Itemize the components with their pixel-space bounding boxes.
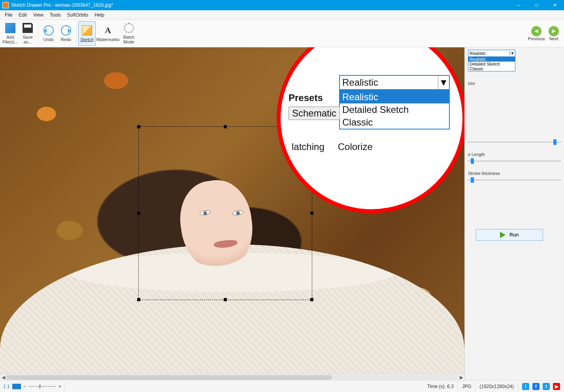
stroke-thickness-label: Stroke thickness bbox=[468, 171, 561, 176]
maximize-button[interactable]: □ bbox=[528, 0, 546, 10]
preset-options-zoom[interactable]: Realistic Detailed Sketch Classic bbox=[339, 90, 450, 129]
zoom-in-icon[interactable]: + bbox=[58, 384, 61, 389]
close-button[interactable]: ✕ bbox=[546, 0, 564, 10]
side-panel: Realistic ▼ Realistic Detailed Sketch Cl… bbox=[464, 47, 564, 380]
status-dimensions: (1920x1280x24) bbox=[475, 381, 518, 392]
colorize-tab-zoom[interactable]: Colorize bbox=[338, 141, 373, 152]
chevron-down-icon: ▼ bbox=[438, 76, 449, 89]
status-format: JPG bbox=[458, 381, 475, 392]
preset-combobox[interactable]: Realistic ▼ bbox=[468, 50, 515, 57]
menu-edit[interactable]: Edit bbox=[15, 11, 30, 19]
separator bbox=[76, 23, 77, 45]
menu-view[interactable]: View bbox=[30, 11, 47, 19]
sketch-button[interactable]: Sketch bbox=[78, 21, 96, 46]
redo-icon bbox=[61, 25, 71, 36]
canvas[interactable]: ⋮ Realistic ▼ Realistic Detailed Sketch … bbox=[0, 47, 464, 380]
zoom-out-icon[interactable]: − bbox=[23, 384, 26, 389]
watermarks-button[interactable]: AWatermarks bbox=[96, 21, 120, 46]
twitter-icon[interactable]: t bbox=[543, 383, 550, 390]
redo-button[interactable]: Redo bbox=[57, 21, 75, 46]
menu-help[interactable]: Help bbox=[91, 11, 108, 19]
save-icon bbox=[23, 23, 33, 33]
titlebar: Sketch Drawer Pro - woman-2003647_1920.j… bbox=[0, 0, 564, 10]
info-icon[interactable]: i bbox=[522, 383, 529, 390]
colorize-tab-label[interactable]: rize bbox=[468, 81, 561, 86]
preset-option[interactable]: Classic bbox=[468, 66, 515, 71]
menu-file[interactable]: File bbox=[2, 11, 15, 19]
presets-label-zoom: Presets bbox=[289, 92, 323, 103]
minimize-button[interactable]: ‒ bbox=[509, 0, 528, 10]
run-button[interactable]: Run bbox=[476, 229, 543, 241]
stroke-length-label: e Length bbox=[468, 152, 561, 157]
scroll-left-icon[interactable]: ◀ bbox=[0, 375, 6, 380]
preset-option[interactable]: Realistic bbox=[340, 91, 449, 103]
menubar: File Edit View Tools SoftOrbits Help bbox=[0, 10, 564, 20]
undo-icon bbox=[43, 25, 54, 36]
preset-option[interactable]: Realistic bbox=[468, 57, 515, 62]
menu-softorbits[interactable]: SoftOrbits bbox=[64, 11, 91, 19]
batch-icon bbox=[124, 23, 134, 33]
stroke-length-slider[interactable] bbox=[468, 158, 561, 164]
fit-screen-icon[interactable] bbox=[12, 384, 21, 389]
batch-mode-button[interactable]: Batch Mode bbox=[120, 21, 138, 46]
preset-option[interactable]: Detailed Sketch bbox=[340, 103, 449, 116]
watermarks-icon: A bbox=[103, 25, 113, 36]
stroke-thickness-slider[interactable] bbox=[468, 177, 561, 183]
preset-options[interactable]: Realistic Detailed Sketch Classic bbox=[468, 57, 515, 71]
run-arrow-icon bbox=[500, 232, 506, 238]
preset-option[interactable]: Classic bbox=[340, 116, 449, 129]
workspace: ⋮ Realistic ▼ Realistic Detailed Sketch … bbox=[0, 47, 564, 380]
add-files-button[interactable]: Add File(s)... bbox=[2, 21, 19, 46]
zoom-ratio[interactable]: 1:1 bbox=[3, 384, 10, 389]
statusbar: 1:1 − + Time (s): 6.3 JPG (1920x1280x24)… bbox=[0, 380, 564, 392]
facebook-icon[interactable]: f bbox=[532, 383, 539, 390]
preset-option[interactable]: Detailed Sketch bbox=[468, 62, 515, 66]
zoom-slider[interactable] bbox=[28, 386, 56, 387]
menu-tools[interactable]: Tools bbox=[47, 11, 64, 19]
hatching-tab-zoom[interactable]: latching bbox=[292, 141, 324, 152]
status-time: Time (s): 6.3 bbox=[423, 381, 458, 392]
separator bbox=[38, 23, 38, 45]
scroll-right-icon[interactable]: ▶ bbox=[458, 375, 464, 380]
preset-combobox-zoom[interactable]: Realistic ▼ bbox=[339, 75, 450, 90]
sketch-icon bbox=[82, 25, 92, 36]
chevron-down-icon: ▼ bbox=[509, 51, 515, 55]
social-links: i f t ▶ bbox=[518, 383, 564, 390]
app-icon bbox=[2, 2, 9, 8]
save-as-button[interactable]: Save as... bbox=[19, 21, 36, 46]
next-icon: ▶ bbox=[549, 26, 559, 36]
previous-icon: ◀ bbox=[531, 26, 541, 36]
youtube-icon[interactable]: ▶ bbox=[553, 383, 560, 390]
next-button[interactable]: ▶Next bbox=[545, 21, 562, 46]
window-title: Sketch Drawer Pro - woman-2003647_1920.j… bbox=[11, 2, 509, 8]
toolbar: Add File(s)... Save as... Undo Redo Sket… bbox=[0, 20, 564, 47]
add-files-icon bbox=[5, 23, 15, 33]
previous-button[interactable]: ◀Previous bbox=[528, 21, 545, 46]
slider-1[interactable] bbox=[468, 139, 561, 145]
schematic-button-zoom[interactable]: Schematic bbox=[289, 107, 340, 120]
undo-button[interactable]: Undo bbox=[40, 21, 57, 46]
horizontal-scrollbar[interactable]: ◀ ▶ bbox=[0, 374, 464, 380]
zoom-controls[interactable]: 1:1 − + bbox=[0, 381, 65, 392]
slider-1-label bbox=[468, 133, 561, 138]
